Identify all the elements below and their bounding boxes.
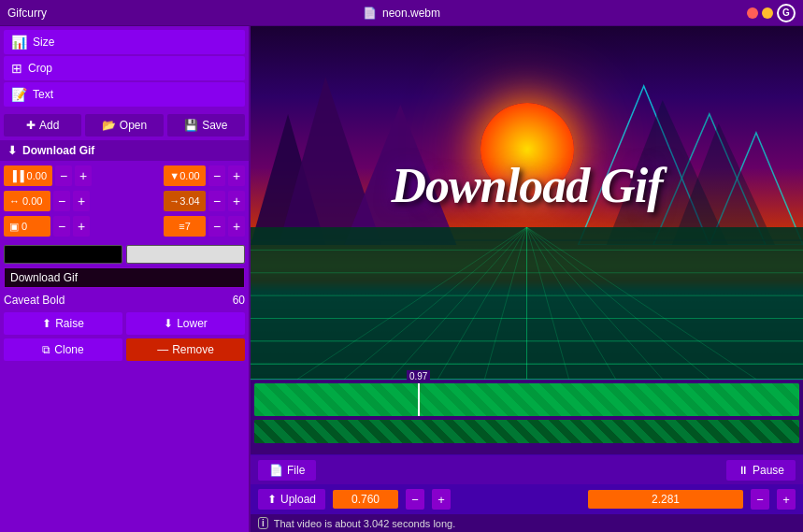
param-row-2: ↔ 0.00 − + → 3.04 − + xyxy=(4,190,245,212)
tool-buttons: 📊 Size ⊞ Crop 📝 Text xyxy=(0,26,249,110)
bottom-right: ⏸ Pause xyxy=(726,460,796,481)
pause-button[interactable]: ⏸ Pause xyxy=(726,460,796,481)
crop-tool-button[interactable]: ⊞ Crop xyxy=(4,56,245,80)
color-controls xyxy=(0,241,249,267)
title-bar: Gifcurry 📄 neon.webm G xyxy=(0,0,803,26)
param1-left-minus[interactable]: − xyxy=(55,165,72,186)
timeline-track-1: 0.97 xyxy=(254,383,799,416)
param1-right-value: ▼ 0.00 xyxy=(164,165,206,186)
timeline-track-2-stripes xyxy=(254,420,799,443)
close-button[interactable] xyxy=(747,7,758,19)
upload-bar: ⬆ Upload − + − + xyxy=(251,484,803,514)
param-section: ▐▐ 0.00 − + ▼ 0.00 − + ↔ 0.00 − xyxy=(0,161,249,241)
file-button[interactable]: 📄 File xyxy=(258,460,316,481)
text-input-row xyxy=(0,267,249,292)
lower-button[interactable]: ⬇ Lower xyxy=(126,312,245,335)
text-input-field[interactable] xyxy=(4,267,245,288)
timeline-stripes xyxy=(254,383,799,416)
font-size: 60 xyxy=(233,294,245,307)
app-logo: G xyxy=(777,4,796,22)
text-icon: 📝 xyxy=(11,87,27,102)
save-button[interactable]: 💾 Save xyxy=(167,114,245,137)
param1-left-value: 0.00 xyxy=(27,170,47,181)
param2-left-minus[interactable]: − xyxy=(53,191,70,211)
end-time-minus[interactable]: − xyxy=(751,489,769,510)
remove-icon: — xyxy=(157,343,168,356)
right-panel: Download Gif 0.97 📄 xyxy=(251,26,803,532)
param3-left-label: ▣ 0 xyxy=(4,216,50,237)
upload-icon: ⬆ xyxy=(267,493,277,506)
start-time-input[interactable] xyxy=(333,490,398,509)
font-name: Caveat Bold xyxy=(4,294,65,307)
param-row-3: ▣ 0 − + ≡ 7 − + xyxy=(4,215,245,237)
download-gif-icon: ⬇ xyxy=(7,144,17,157)
timeline-area: 0.97 xyxy=(251,380,803,454)
param3-right-value: ≡ 7 xyxy=(164,216,206,237)
end-time-input[interactable] xyxy=(588,490,743,509)
gif-text-overlay: Download Gif xyxy=(392,158,663,213)
pause-icon: ⏸ xyxy=(738,464,749,477)
text-tool-button[interactable]: 📝 Text xyxy=(4,82,245,107)
size-icon: 📊 xyxy=(11,35,27,50)
param1-right-minus[interactable]: − xyxy=(208,165,225,186)
text-label: Text xyxy=(33,88,53,101)
param2-right-plus[interactable]: + xyxy=(228,191,245,211)
param2-right-value: → 3.04 xyxy=(164,191,206,211)
param1-left-icon: ▐▐ xyxy=(9,170,24,181)
save-icon: 💾 xyxy=(184,119,198,132)
param2-left-icon: ↔ xyxy=(9,195,20,207)
param2-right-minus[interactable]: − xyxy=(208,191,225,211)
param1-left-label: ▐▐ 0.00 xyxy=(4,165,52,186)
info-bar: i That video is about 3.042 seconds long… xyxy=(251,514,803,532)
param2-left-plus[interactable]: + xyxy=(73,191,90,211)
param1-right-icon: ▼ xyxy=(169,170,179,181)
start-time-plus[interactable]: + xyxy=(432,489,451,510)
raise-icon: ⬆ xyxy=(42,317,51,330)
param3-right-plus[interactable]: + xyxy=(228,216,245,237)
cursor-time-label: 0.97 xyxy=(407,370,430,382)
bottom-bar: 📄 File ⏸ Pause xyxy=(251,454,803,484)
title-bar-center: 📄 neon.webm xyxy=(363,7,440,20)
info-message: That video is about 3.042 seconds long. xyxy=(274,518,455,529)
param2-left-label: ↔ 0.00 xyxy=(4,191,50,211)
remove-button[interactable]: — Remove xyxy=(126,338,245,361)
param3-right-minus[interactable]: − xyxy=(208,216,225,237)
file-icon-title: 📄 xyxy=(363,7,377,20)
timeline-cursor[interactable]: 0.97 xyxy=(418,383,420,416)
color-picker-white[interactable] xyxy=(126,245,245,264)
crop-icon: ⊞ xyxy=(11,61,22,76)
param1-right-plus[interactable]: + xyxy=(228,165,245,186)
start-time-minus[interactable]: − xyxy=(406,489,424,510)
floor-grid-svg xyxy=(251,227,803,380)
preview-area: Download Gif xyxy=(251,26,803,380)
upload-button[interactable]: ⬆ Upload xyxy=(258,489,325,510)
clone-icon: ⧉ xyxy=(42,343,50,356)
minimize-button[interactable] xyxy=(762,7,773,19)
color-picker-black[interactable] xyxy=(4,245,122,264)
window-controls: G xyxy=(747,4,796,22)
param3-left-minus[interactable]: − xyxy=(53,216,70,237)
param-row-1: ▐▐ 0.00 − + ▼ 0.00 − + xyxy=(4,165,245,187)
clone-button[interactable]: ⧉ Clone xyxy=(4,338,122,361)
preview-scene: Download Gif xyxy=(251,26,803,380)
clone-remove-row: ⧉ Clone — Remove xyxy=(0,338,249,365)
main-layout: 📊 Size ⊞ Crop 📝 Text ✚ Add 📂 Open xyxy=(0,26,803,532)
open-icon: 📂 xyxy=(102,119,116,132)
size-tool-button[interactable]: 📊 Size xyxy=(4,30,245,54)
open-button[interactable]: 📂 Open xyxy=(85,114,163,137)
raise-lower-row: ⬆ Raise ⬇ Lower xyxy=(0,309,249,338)
add-button[interactable]: ✚ Add xyxy=(4,114,81,137)
download-gif-header: ⬇ Download Gif xyxy=(0,140,249,161)
raise-button[interactable]: ⬆ Raise xyxy=(4,312,122,335)
param3-left-plus[interactable]: + xyxy=(73,216,90,237)
param3-left-icon: ▣ xyxy=(9,221,19,233)
title-bar-left: Gifcurry xyxy=(7,7,47,20)
param1-left-plus[interactable]: + xyxy=(75,165,92,186)
bottom-left: 📄 File xyxy=(258,460,316,481)
info-icon: i xyxy=(258,517,268,529)
lower-icon: ⬇ xyxy=(164,317,173,330)
end-time-plus[interactable]: + xyxy=(777,489,796,510)
file-name: neon.webm xyxy=(382,7,440,20)
file-icon: 📄 xyxy=(269,464,283,477)
size-label: Size xyxy=(33,36,54,49)
